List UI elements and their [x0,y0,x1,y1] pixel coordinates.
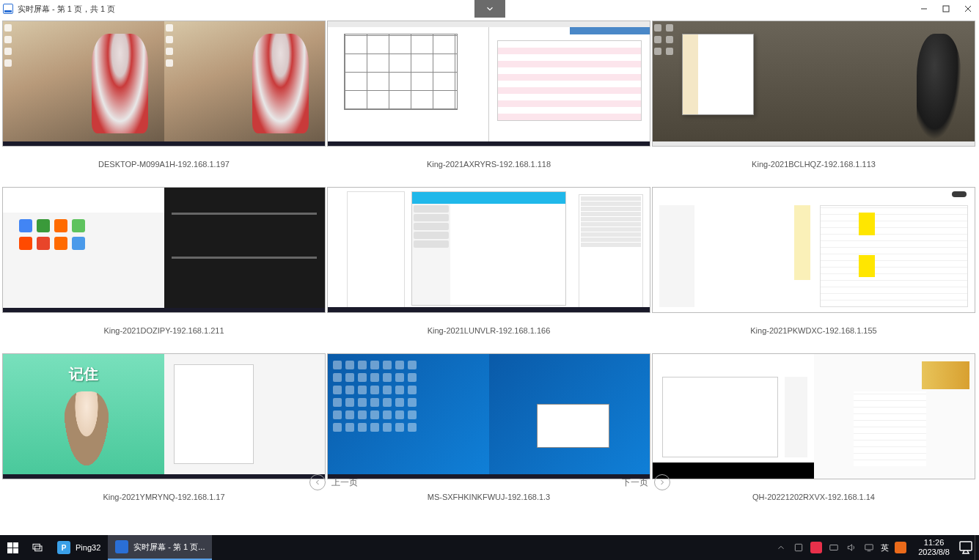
svg-rect-4 [33,544,40,549]
collapse-button[interactable] [474,0,505,18]
svg-rect-6 [796,544,802,550]
tray-app-icon[interactable] [793,542,804,553]
screen-cell: DESKTOP-M099A1H-192.168.1.197 [1,21,326,187]
screen-thumbnail[interactable] [2,21,326,147]
content-area: DESKTOP-M099A1H-192.168.1.197 King-2021A… [0,18,979,531]
tray-ime-icon[interactable] [895,542,906,553]
window-titlebar: 实时屏幕 - 第 1 页，共 1 页 [0,0,979,18]
maximize-button[interactable] [935,0,957,18]
svg-rect-7 [830,545,838,550]
svg-rect-1 [943,6,949,12]
pager: 上一页 下一页 [0,472,979,497]
game-title: 记住 [43,364,124,387]
screen-caption: King-2021AXRYRS-192.168.1.118 [427,160,551,174]
task-view-button[interactable] [25,535,50,560]
taskbar-app-ping32[interactable]: P Ping32 [50,535,108,560]
screen-thumbnail[interactable] [652,21,975,147]
screen-caption: King-2021PKWDXC-192.168.1.155 [750,326,876,341]
taskbar-app-label: 实时屏幕 - 第 1 页... [133,542,205,553]
screen-cell: King-2021LUNVLR-192.168.1.166 [326,187,651,353]
taskbar-clock[interactable]: 11:26 2023/8/8 [911,538,957,557]
taskbar: P Ping32 实时屏幕 - 第 1 页... 英 11:26 2023/8/… [0,535,979,560]
screen-thumbnail[interactable]: 记住 [2,353,326,479]
svg-rect-9 [865,545,873,550]
next-page-button[interactable]: 下一页 [622,474,670,490]
tray-security-icon[interactable] [810,542,822,553]
screen-thumbnail[interactable] [327,353,650,479]
screen-cell: King-2021PKWDXC-192.168.1.155 [651,187,976,353]
windows-icon [7,542,18,553]
chevron-down-icon [485,4,495,14]
action-center-icon[interactable] [957,539,975,556]
clock-time: 11:26 [918,538,950,548]
taskbar-app-realtime-screen[interactable]: 实时屏幕 - 第 1 页... [108,535,212,560]
prev-page-button[interactable]: 上一页 [309,474,358,490]
screen-thumbnail[interactable] [327,187,650,313]
ime-language[interactable]: 英 [881,542,889,553]
svg-rect-11 [960,542,972,550]
screen-thumbnail[interactable] [2,187,326,313]
screen-grid: DESKTOP-M099A1H-192.168.1.197 King-2021A… [0,19,979,521]
start-button[interactable] [0,535,25,560]
window-title: 实时屏幕 - 第 1 页，共 1 页 [18,4,115,15]
screen-thumbnail[interactable] [327,21,650,147]
clock-date: 2023/8/8 [918,548,950,557]
taskbar-app-label: Ping32 [76,543,100,552]
ping32-icon: P [57,541,70,554]
next-label: 下一页 [622,476,648,489]
screen-thumbnail[interactable] [652,353,975,479]
arrow-left-icon [309,474,326,490]
screen-cell: King-2021DOZIPY-192.168.1.211 [1,187,326,353]
svg-rect-5 [35,546,42,551]
app-icon [3,4,13,14]
system-tray: 英 [771,535,911,560]
svg-marker-8 [848,545,852,550]
minimize-button[interactable] [913,0,935,18]
tray-volume-icon[interactable] [846,542,857,553]
screen-caption: King-2021LUNVLR-192.168.1.166 [428,326,551,341]
screen-caption: King-2021BCLHQZ-192.168.1.113 [752,160,876,174]
screen-cell: King-2021AXRYRS-192.168.1.118 [326,21,651,187]
app-window-icon [115,540,128,553]
arrow-right-icon [654,474,670,490]
screen-thumbnail[interactable] [652,187,975,313]
tray-display-icon[interactable] [863,542,875,553]
prev-label: 上一页 [331,476,358,489]
screen-cell: King-2021BCLHQZ-192.168.1.113 [651,21,976,187]
tray-network-icon[interactable] [828,542,840,553]
screen-caption: King-2021DOZIPY-192.168.1.211 [103,326,224,341]
show-desktop-button[interactable] [975,535,979,560]
taskview-icon [32,542,43,553]
tray-overflow-icon[interactable] [775,542,787,553]
screen-caption: DESKTOP-M099A1H-192.168.1.197 [98,160,230,174]
close-button[interactable] [957,0,979,18]
